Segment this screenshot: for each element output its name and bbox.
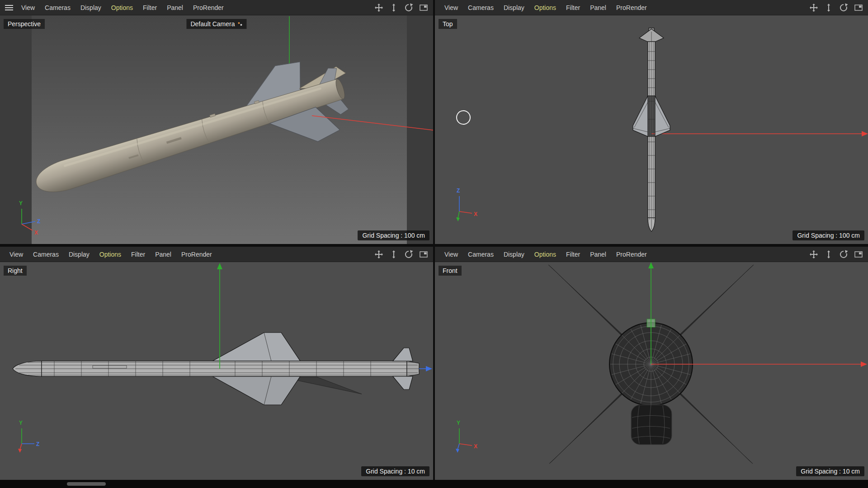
svg-text:Y: Y bbox=[457, 420, 460, 426]
viewport-menu-icon[interactable] bbox=[5, 4, 14, 11]
menu-item-display[interactable]: Display bbox=[499, 251, 529, 258]
grid-spacing-badge: Grid Spacing : 10 cm bbox=[796, 466, 864, 476]
top-scene bbox=[435, 15, 868, 244]
viewport-name-label: Top bbox=[439, 19, 457, 29]
svg-text:Z: Z bbox=[36, 441, 39, 447]
cursor-ring bbox=[457, 111, 470, 124]
viewport-name-label: Perspective bbox=[4, 19, 45, 29]
viewport-nav-icons bbox=[374, 3, 429, 13]
toggle-view-layout-icon[interactable] bbox=[419, 249, 429, 259]
menu-item-view[interactable]: View bbox=[5, 251, 28, 258]
pan-view-icon[interactable] bbox=[809, 3, 819, 13]
menu-item-display[interactable]: Display bbox=[75, 4, 106, 11]
dolly-view-icon[interactable] bbox=[824, 3, 834, 13]
viewport-name-label: Front bbox=[439, 266, 462, 276]
svg-text:Y: Y bbox=[19, 200, 23, 206]
c4d-four-view-workspace: View Cameras Display Options Filter Pane… bbox=[0, 0, 868, 488]
viewport-nav-icons bbox=[374, 249, 429, 259]
menu-item-cameras[interactable]: Cameras bbox=[40, 4, 75, 11]
menu-item-cameras[interactable]: Cameras bbox=[463, 4, 499, 11]
pan-view-icon[interactable] bbox=[374, 3, 384, 13]
menu-item-display[interactable]: Display bbox=[499, 4, 529, 11]
menu-item-filter[interactable]: Filter bbox=[126, 251, 150, 258]
axis-gizmo-top: Z X bbox=[451, 186, 489, 224]
menu-item-prorender[interactable]: ProRender bbox=[611, 251, 652, 258]
menu-item-options[interactable]: Options bbox=[106, 4, 138, 11]
hamburger-icon bbox=[5, 4, 14, 11]
menu-item-view[interactable]: View bbox=[439, 251, 463, 258]
pan-view-icon[interactable] bbox=[374, 249, 384, 259]
svg-text:Z: Z bbox=[457, 188, 460, 194]
viewport-panel-top: View Cameras Display Options Filter Pane… bbox=[435, 0, 868, 244]
menu-item-options[interactable]: Options bbox=[529, 251, 561, 258]
front-scene bbox=[435, 262, 868, 480]
menu-item-panel[interactable]: Panel bbox=[585, 251, 611, 258]
dolly-view-icon[interactable] bbox=[389, 249, 399, 259]
menu-item-cameras[interactable]: Cameras bbox=[463, 251, 499, 258]
menu-item-panel[interactable]: Panel bbox=[150, 251, 176, 258]
rotate-view-icon[interactable] bbox=[839, 3, 849, 13]
menu-item-panel[interactable]: Panel bbox=[162, 4, 188, 11]
menu-item-options[interactable]: Options bbox=[94, 251, 126, 258]
svg-text:Y: Y bbox=[19, 420, 23, 426]
menu-item-view[interactable]: View bbox=[439, 4, 463, 11]
camera-icon bbox=[238, 22, 243, 26]
perspective-scene bbox=[0, 15, 433, 244]
missile-shaded-model bbox=[24, 47, 363, 226]
front-viewport[interactable]: Front Y X Grid Spacing : 10 cm bbox=[435, 262, 868, 480]
menu-item-filter[interactable]: Filter bbox=[138, 4, 162, 11]
menu-item-cameras[interactable]: Cameras bbox=[28, 251, 64, 258]
perspective-viewport[interactable]: Perspective Default Camera Y Z X Grid Sp… bbox=[0, 15, 433, 244]
dolly-view-icon[interactable] bbox=[824, 249, 834, 259]
toggle-view-layout-icon[interactable] bbox=[419, 3, 429, 13]
viewport-panel-front: View Cameras Display Options Filter Pane… bbox=[435, 247, 868, 480]
menu-item-filter[interactable]: Filter bbox=[561, 251, 585, 258]
svg-text:X: X bbox=[474, 443, 477, 450]
menu-item-filter[interactable]: Filter bbox=[561, 4, 585, 11]
menu-item-display[interactable]: Display bbox=[64, 251, 94, 258]
axis-gizmo-right: Y Z bbox=[14, 418, 52, 456]
menu-item-prorender[interactable]: ProRender bbox=[611, 4, 652, 11]
viewport-name-label: Right bbox=[4, 266, 27, 276]
viewport-panel-perspective: View Cameras Display Options Filter Pane… bbox=[0, 0, 433, 244]
top-menubar: View Cameras Display Options Filter Pane… bbox=[435, 0, 868, 15]
menu-item-view[interactable]: View bbox=[16, 4, 40, 11]
grid-spacing-badge: Grid Spacing : 10 cm bbox=[361, 466, 429, 476]
svg-text:X: X bbox=[474, 211, 477, 217]
menu-item-prorender[interactable]: ProRender bbox=[176, 251, 217, 258]
top-viewport[interactable]: Top Z X Grid Spacing : 100 cm bbox=[435, 15, 868, 244]
viewport-panel-right: View Cameras Display Options Filter Pane… bbox=[0, 247, 433, 480]
rotate-view-icon[interactable] bbox=[404, 3, 414, 13]
menu-item-options[interactable]: Options bbox=[529, 4, 561, 11]
menu-item-prorender[interactable]: ProRender bbox=[188, 4, 229, 11]
toggle-view-layout-icon[interactable] bbox=[854, 249, 863, 259]
svg-text:Z: Z bbox=[37, 218, 40, 225]
right-scene bbox=[0, 262, 433, 480]
perspective-menubar: View Cameras Display Options Filter Pane… bbox=[0, 0, 433, 15]
axis-gizmo-perspective: Y Z X bbox=[14, 199, 52, 237]
right-menubar: View Cameras Display Options Filter Pane… bbox=[0, 247, 433, 262]
svg-text:X: X bbox=[34, 230, 38, 236]
right-viewport[interactable]: Right Y Z Grid Spacing : 10 cm bbox=[0, 262, 433, 480]
active-camera-label[interactable]: Default Camera bbox=[186, 19, 246, 29]
toggle-view-layout-icon[interactable] bbox=[854, 3, 863, 13]
tail-section-wireframe bbox=[631, 405, 672, 445]
rotate-view-icon[interactable] bbox=[404, 249, 414, 259]
grid-spacing-badge: Grid Spacing : 100 cm bbox=[358, 230, 429, 240]
pan-view-icon[interactable] bbox=[809, 249, 819, 259]
timeline-scrollbar[interactable] bbox=[67, 482, 106, 486]
menu-item-panel[interactable]: Panel bbox=[585, 4, 611, 11]
bottom-scrollbar-strip bbox=[0, 480, 868, 488]
grid-spacing-badge: Grid Spacing : 100 cm bbox=[793, 230, 864, 240]
rotate-view-icon[interactable] bbox=[839, 249, 849, 259]
viewport-nav-icons bbox=[809, 249, 863, 259]
front-menubar: View Cameras Display Options Filter Pane… bbox=[435, 247, 868, 262]
axis-gizmo-front: Y X bbox=[451, 418, 489, 456]
dolly-view-icon[interactable] bbox=[389, 3, 399, 13]
viewport-nav-icons bbox=[809, 3, 863, 13]
camera-name: Default Camera bbox=[190, 20, 235, 28]
